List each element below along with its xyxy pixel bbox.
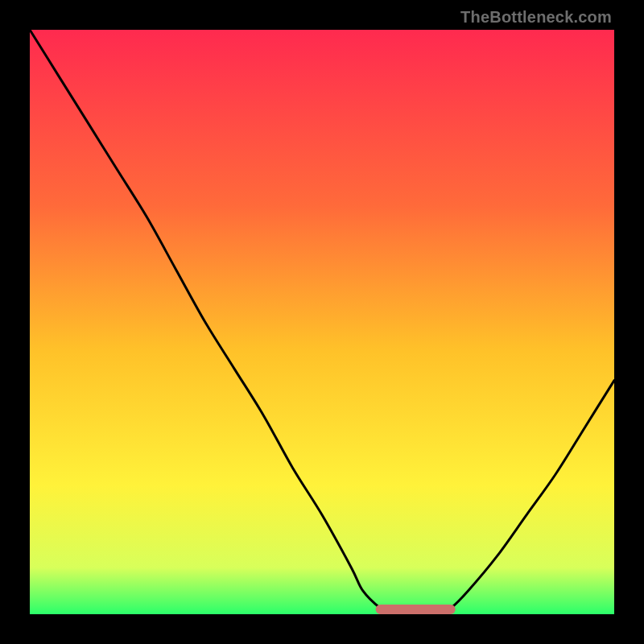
plot-area [30,30,614,614]
chart-frame: TheBottleneck.com [0,0,644,644]
bottleneck-curve [30,30,614,614]
watermark-text: TheBottleneck.com [460,8,612,27]
curve-layer [30,30,614,614]
